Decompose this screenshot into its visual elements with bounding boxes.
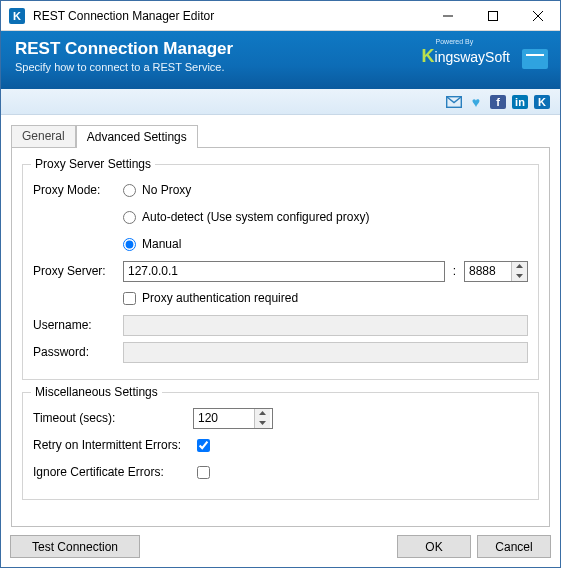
username-label: Username:: [33, 318, 123, 332]
tab-general[interactable]: General: [11, 125, 76, 147]
svg-rect-0: [488, 11, 497, 20]
radio-manual[interactable]: Manual: [123, 233, 181, 255]
cancel-button[interactable]: Cancel: [477, 535, 551, 558]
app-icon: K: [9, 8, 25, 24]
window-title: REST Connection Manager Editor: [33, 9, 425, 23]
port-separator: :: [453, 264, 456, 278]
tab-row: General Advanced Settings: [11, 125, 550, 147]
group-proxy-legend: Proxy Server Settings: [31, 157, 155, 171]
proxy-server-input[interactable]: [123, 261, 445, 282]
timeout-down-button[interactable]: [255, 418, 270, 428]
linkedin-icon[interactable]: in: [512, 95, 528, 109]
mail-icon[interactable]: [446, 95, 462, 109]
ignore-cert-label: Ignore Certificate Errors:: [33, 465, 193, 479]
header-banner: REST Connection Manager Specify how to c…: [1, 31, 560, 89]
timeout-input[interactable]: [194, 409, 254, 428]
timeout-label: Timeout (secs):: [33, 411, 193, 425]
title-bar: K REST Connection Manager Editor: [1, 1, 560, 31]
tab-panel-advanced: Proxy Server Settings Proxy Mode: No Pro…: [11, 147, 550, 527]
brand-logo: Powered By KingswaySoft: [422, 46, 510, 67]
footer: Test Connection OK Cancel: [10, 535, 551, 558]
retry-checkbox[interactable]: [197, 439, 210, 452]
ok-button[interactable]: OK: [397, 535, 471, 558]
timeout-stepper[interactable]: [193, 408, 273, 429]
password-input: [123, 342, 528, 363]
social-bar: ♥ f in K: [1, 89, 560, 115]
proxy-port-input[interactable]: [465, 262, 511, 281]
radio-no-proxy[interactable]: No Proxy: [123, 179, 191, 201]
port-up-button[interactable]: [512, 262, 527, 272]
proxy-server-label: Proxy Server:: [33, 264, 123, 278]
group-misc-legend: Miscellaneous Settings: [31, 385, 162, 399]
proxy-port-stepper[interactable]: [464, 261, 528, 282]
timeout-up-button[interactable]: [255, 409, 270, 419]
facebook-icon[interactable]: f: [490, 95, 506, 109]
tab-advanced-settings[interactable]: Advanced Settings: [76, 125, 198, 148]
checkbox-proxy-auth[interactable]: Proxy authentication required: [123, 287, 298, 309]
twitter-icon[interactable]: ♥: [468, 95, 484, 109]
username-input: [123, 315, 528, 336]
port-down-button[interactable]: [512, 271, 527, 281]
radio-auto-detect[interactable]: Auto-detect (Use system configured proxy…: [123, 206, 369, 228]
minimize-button[interactable]: [425, 1, 470, 31]
password-label: Password:: [33, 345, 123, 359]
retry-label: Retry on Intermittent Errors:: [33, 438, 193, 452]
proxy-mode-label: Proxy Mode:: [33, 183, 123, 197]
monitor-icon: [522, 49, 548, 69]
close-button[interactable]: [515, 1, 560, 31]
group-misc-settings: Miscellaneous Settings Timeout (secs): R…: [22, 392, 539, 500]
test-connection-button[interactable]: Test Connection: [10, 535, 140, 558]
ignore-cert-checkbox[interactable]: [197, 466, 210, 479]
maximize-button[interactable]: [470, 1, 515, 31]
group-proxy-settings: Proxy Server Settings Proxy Mode: No Pro…: [22, 164, 539, 380]
kingswaysoft-icon[interactable]: K: [534, 95, 550, 109]
